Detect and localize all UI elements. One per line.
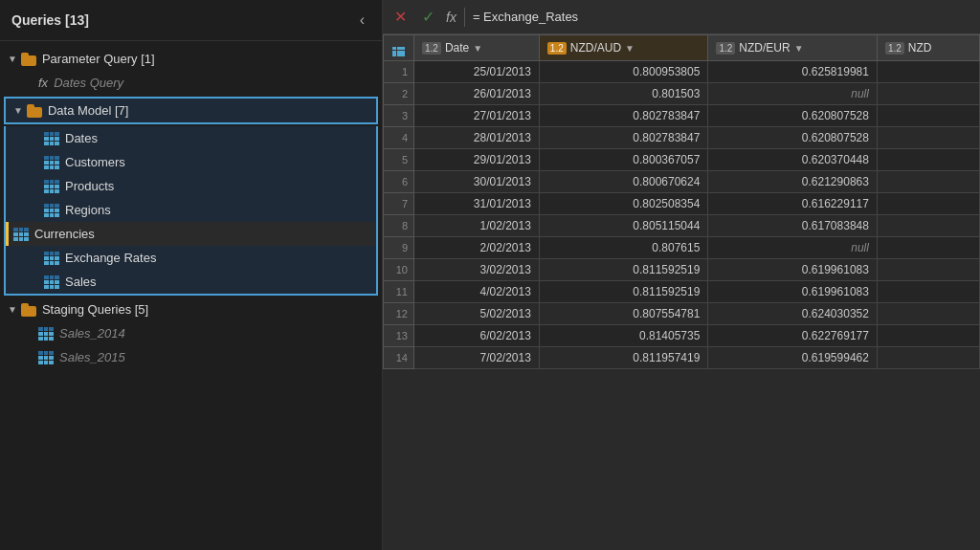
table-row: 125/01/20130.8009538050.625819981 <box>384 61 980 83</box>
cancel-formula-button[interactable]: ✕ <box>390 6 411 28</box>
table-row: 731/01/20130.8025083540.616229117 <box>384 193 980 215</box>
sales2015-item[interactable]: Sales_2015 <box>0 345 382 369</box>
formula-text[interactable]: = Exchange_Rates <box>473 10 972 24</box>
nzd-aud-cell: 0.807554781 <box>539 303 708 325</box>
nzd-aud-cell: 0.811592519 <box>539 281 708 303</box>
nzd-eur-type-badge: 1.2 <box>716 42 735 55</box>
nzd-x-col-label: NZD <box>908 41 932 55</box>
table-icon <box>44 275 59 289</box>
date-cell: 5/02/2013 <box>414 303 540 325</box>
dates-item[interactable]: Dates <box>6 126 376 150</box>
nzd-aud-cell: 0.801503 <box>539 83 708 105</box>
nzd-eur-cell: 0.619961083 <box>708 259 878 281</box>
panel-header: Queries [13] ‹ <box>0 0 382 41</box>
nzd-eur-cell: null <box>708 237 878 259</box>
sales2014-item[interactable]: Sales_2014 <box>0 321 382 345</box>
table-icon <box>38 351 54 364</box>
table-row: 428/01/20130.8027838470.620807528 <box>384 127 980 149</box>
row-number: 9 <box>384 237 414 259</box>
nzd-x-column-header[interactable]: 1.2 NZD <box>877 35 979 61</box>
nzd-aud-cell: 0.800367057 <box>539 149 708 171</box>
customers-label: Customers <box>65 155 125 169</box>
nzd-x-cell <box>877 215 979 237</box>
row-number: 2 <box>384 83 414 105</box>
date-cell: 3/02/2013 <box>414 259 540 281</box>
dates-query-item[interactable]: fx Dates Query <box>0 71 382 95</box>
date-dropdown-icon[interactable]: ▼ <box>473 43 482 54</box>
exchange-rates-item[interactable]: Exchange Rates <box>6 246 376 270</box>
regions-item[interactable]: Regions <box>6 198 376 222</box>
staging-queries-header[interactable]: ▼ Staging Queries [5] <box>0 297 382 321</box>
nzd-x-cell <box>877 127 979 149</box>
customers-item[interactable]: Customers <box>6 150 376 174</box>
data-table-wrapper: 1.2 Date ▼ 1.2 NZD/AUD ▼ <box>383 34 980 550</box>
nzd-x-type-badge: 1.2 <box>885 42 904 55</box>
data-model-header[interactable]: ▼ Data Model [7] <box>4 97 378 124</box>
arrow-icon: ▼ <box>8 304 17 315</box>
date-cell: 2/02/2013 <box>414 237 540 259</box>
nzd-aud-cell: 0.807615 <box>539 237 708 259</box>
row-number: 12 <box>384 303 414 325</box>
row-number: 13 <box>384 325 414 347</box>
staging-queries-children: Sales_2014 Sales_2015 <box>0 321 382 369</box>
formula-divider <box>464 8 465 27</box>
date-cell: 30/01/2013 <box>414 171 540 193</box>
nzd-eur-cell: 0.620807528 <box>708 105 878 127</box>
confirm-formula-button[interactable]: ✓ <box>418 6 438 28</box>
currencies-item[interactable]: Currencies <box>6 222 376 246</box>
nzd-x-cell <box>877 149 979 171</box>
arrow-icon: ▼ <box>8 54 17 64</box>
nzd-eur-column-header[interactable]: 1.2 NZD/EUR ▼ <box>708 35 878 61</box>
nzd-x-cell <box>877 325 979 347</box>
table-row: 114/02/20130.8115925190.619961083 <box>384 281 980 303</box>
fx-icon: fx <box>38 76 48 90</box>
nzd-aud-type-badge: 1.2 <box>547 42 567 55</box>
nzd-x-cell <box>877 281 979 303</box>
query-tree: ▼ Parameter Query [1] fx Dates Query ▼ D… <box>0 41 382 550</box>
data-model-children: Dates Customers Produc <box>4 126 378 296</box>
date-cell: 31/01/2013 <box>414 193 540 215</box>
nzd-aud-cell: 0.802783847 <box>539 105 708 127</box>
products-item[interactable]: Products <box>6 174 376 198</box>
table-icon <box>38 327 54 341</box>
row-number: 3 <box>384 105 414 127</box>
nzd-aud-cell: 0.811957419 <box>539 347 708 369</box>
folder-icon <box>21 53 36 66</box>
row-number: 11 <box>384 281 414 303</box>
table-icon <box>44 204 59 217</box>
nzd-x-cell <box>877 61 979 83</box>
corner-cell <box>384 35 414 61</box>
date-cell: 29/01/2013 <box>414 149 540 171</box>
row-number: 1 <box>384 61 414 83</box>
nzd-eur-cell: 0.625819981 <box>708 61 878 83</box>
table-row: 136/02/20130.814057350.622769177 <box>384 325 980 347</box>
date-cell: 27/01/2013 <box>414 105 540 127</box>
nzd-eur-dropdown-icon[interactable]: ▼ <box>794 43 804 54</box>
parameter-query-header[interactable]: ▼ Parameter Query [1] <box>0 47 382 71</box>
nzd-aud-dropdown-icon[interactable]: ▼ <box>625 43 635 54</box>
arrow-icon: ▼ <box>13 105 23 116</box>
row-number: 14 <box>384 347 414 369</box>
row-number: 10 <box>384 259 414 281</box>
nzd-eur-cell: 0.616229117 <box>708 193 878 215</box>
nzd-aud-cell: 0.805115044 <box>539 215 708 237</box>
date-column-header[interactable]: 1.2 Date ▼ <box>414 35 540 61</box>
date-cell: 6/02/2013 <box>414 325 540 347</box>
regions-label: Regions <box>65 203 111 217</box>
date-type-badge: 1.2 <box>422 42 441 55</box>
table-row: 81/02/20130.8051150440.617083848 <box>384 215 980 237</box>
staging-queries-label: Staging Queries [5] <box>42 302 148 317</box>
nzd-aud-cell: 0.802508354 <box>539 193 708 215</box>
nzd-x-cell <box>877 193 979 215</box>
nzd-x-cell <box>877 303 979 325</box>
sales-item[interactable]: Sales <box>6 270 376 296</box>
panel-title: Queries [13] <box>11 12 89 28</box>
collapse-button[interactable]: ‹ <box>354 10 370 31</box>
nzd-aud-column-header[interactable]: 1.2 NZD/AUD ▼ <box>539 35 708 61</box>
folder-icon <box>27 104 42 118</box>
nzd-aud-cell: 0.800670624 <box>539 171 708 193</box>
dates-query-label: Dates Query <box>54 76 123 90</box>
table-row: 630/01/20130.8006706240.621290863 <box>384 171 980 193</box>
date-col-label: Date <box>445 41 469 55</box>
nzd-aud-cell: 0.802783847 <box>539 127 708 149</box>
